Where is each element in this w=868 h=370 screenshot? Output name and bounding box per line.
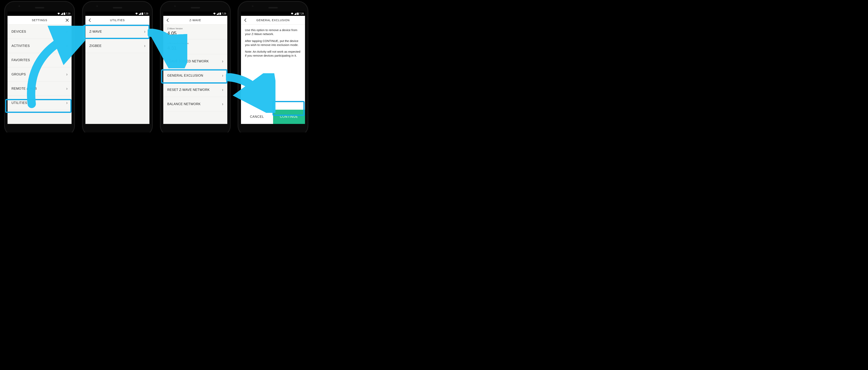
titlebar-utilities: UTILITIES [85, 16, 149, 25]
row-label: FAVORITES [11, 58, 30, 62]
row-label: ACTIVITIES [11, 44, 30, 48]
wifi-icon [291, 12, 293, 15]
status-bar: 7:29 [85, 11, 149, 16]
utilities-list: Z-WAVE› ZIGBEE› [85, 25, 149, 124]
settings-list: DEVICES› ACTIVITIES› FAVORITES› GROUPS› … [7, 25, 71, 124]
svg-rect-2 [142, 13, 143, 15]
cancel-button[interactable]: CANCEL [241, 110, 273, 124]
spacer [7, 16, 16, 25]
phone-utilities: 7:29 UTILITIES Z-WAVE› ZIGBEE› [82, 1, 153, 132]
signal-icon [138, 12, 141, 15]
row-label: LEAVE JOINED NETWORK [167, 60, 209, 63]
row-devices[interactable]: DEVICES› [7, 25, 71, 39]
row-label: BALANCE NETWORK [167, 102, 200, 106]
phone-zwave: 7:29 Z-WAVE Z-Wave Version 4.05 USB Inte… [160, 1, 230, 132]
chevron-right-icon: › [66, 86, 67, 91]
page-title: GENERAL EXCLUSION [241, 19, 305, 22]
status-time: 7:29 [144, 12, 148, 15]
battery-icon [219, 12, 221, 15]
back-icon[interactable] [241, 16, 250, 25]
svg-rect-1 [64, 12, 65, 13]
svg-rect-4 [219, 13, 221, 15]
screen-zwave: 7:29 Z-WAVE Z-Wave Version 4.05 USB Inte… [163, 11, 227, 124]
row-utilities[interactable]: UTILITIES› [7, 96, 71, 110]
chevron-right-icon: › [66, 43, 67, 48]
earpiece [268, 7, 278, 8]
screen-settings: 7:29 SETTINGS DEVICES› ACTIVITIES› FAVOR… [7, 11, 71, 124]
earpiece [113, 7, 122, 8]
continue-label: CONTINUE [280, 114, 298, 119]
row-activities[interactable]: ACTIVITIES› [7, 39, 71, 53]
row-label: RESET Z-WAVE NETWORK [167, 88, 210, 92]
row-zwave[interactable]: Z-WAVE› [85, 25, 149, 39]
proximity-sensor [252, 5, 254, 7]
wifi-icon [135, 12, 138, 15]
chevron-right-icon: › [66, 100, 67, 105]
chevron-right-icon: › [66, 72, 67, 77]
row-reset-zwave[interactable]: RESET Z-WAVE NETWORK› [163, 83, 227, 97]
signal-icon [294, 12, 297, 15]
wifi-icon [213, 12, 216, 15]
signal-icon [216, 12, 219, 15]
row-zigbee[interactable]: ZIGBEE› [85, 39, 149, 53]
info-key: Z-Wave Version [167, 27, 223, 30]
svg-rect-3 [142, 12, 143, 13]
zwave-list: Z-Wave Version 4.05 USB Interface Versio… [163, 25, 227, 124]
info-zwave-version: Z-Wave Version 4.05 [163, 25, 227, 39]
back-icon[interactable] [163, 16, 172, 25]
chevron-right-icon: › [222, 87, 223, 93]
page-title: SETTINGS [7, 19, 71, 22]
svg-rect-7 [298, 12, 298, 13]
chevron-right-icon: › [66, 29, 67, 34]
screen-utilities: 7:29 UTILITIES Z-WAVE› ZIGBEE› [85, 11, 149, 124]
info-usb-version: USB Interface Version 4.31 [163, 39, 227, 54]
row-groups[interactable]: GROUPS› [7, 67, 71, 81]
info-key: USB Interface Version [167, 42, 223, 44]
cancel-label: CANCEL [250, 114, 264, 119]
status-time: 7:29 [222, 12, 226, 15]
row-label: DEVICES [11, 30, 26, 33]
titlebar-zwave: Z-WAVE [163, 16, 227, 25]
button-row: CANCEL CONTINUE [241, 110, 305, 124]
svg-rect-5 [220, 12, 221, 13]
status-bar: 7:29 [163, 11, 227, 16]
svg-rect-6 [297, 13, 299, 15]
row-label: GENERAL EXCLUSION [167, 74, 203, 77]
back-icon[interactable] [85, 16, 94, 25]
chevron-right-icon: › [144, 43, 145, 48]
proximity-sensor [18, 5, 20, 7]
wifi-icon [57, 12, 60, 15]
row-label: GROUPS [11, 73, 26, 76]
row-general-exclusion[interactable]: GENERAL EXCLUSION› [163, 68, 227, 83]
status-time: 7:29 [66, 12, 70, 15]
chevron-right-icon: › [222, 102, 223, 107]
phone-settings: 7:29 SETTINGS DEVICES› ACTIVITIES› FAVOR… [4, 1, 75, 132]
row-leave-network[interactable]: LEAVE JOINED NETWORK› [163, 54, 227, 68]
close-icon[interactable] [63, 16, 71, 25]
exclusion-p2: After tapping CONTINUE, put the device y… [245, 39, 301, 47]
info-value: 4.05 [167, 31, 223, 36]
row-remote-hub[interactable]: REMOTE & HUB› [7, 81, 71, 96]
phone-exclusion: 7:29 GENERAL EXCLUSION Use this option t… [238, 1, 308, 132]
row-label: ZIGBEE [89, 44, 102, 48]
row-balance-network[interactable]: BALANCE NETWORK› [163, 97, 227, 111]
continue-button[interactable]: CONTINUE [273, 110, 305, 124]
titlebar-settings: SETTINGS [7, 16, 71, 25]
exclusion-body: Use this option to remove a device from … [241, 25, 305, 124]
chevron-right-icon: › [222, 59, 223, 64]
signal-icon [61, 12, 63, 15]
row-label: UTILITIES [11, 101, 27, 105]
info-value: 4.31 [167, 45, 223, 51]
earpiece [191, 7, 200, 8]
earpiece [35, 7, 44, 8]
svg-rect-0 [64, 13, 65, 15]
status-bar: 7:29 [241, 11, 305, 16]
row-favorites[interactable]: FAVORITES› [7, 53, 71, 67]
exclusion-p3: Note: An Activity will not work as expec… [245, 50, 301, 58]
row-label: REMOTE & HUB [11, 87, 37, 91]
row-label: Z-WAVE [89, 30, 102, 33]
status-bar: 7:29 [7, 11, 71, 16]
proximity-sensor [174, 5, 176, 7]
proximity-sensor [96, 5, 98, 7]
status-time: 7:29 [299, 12, 304, 15]
